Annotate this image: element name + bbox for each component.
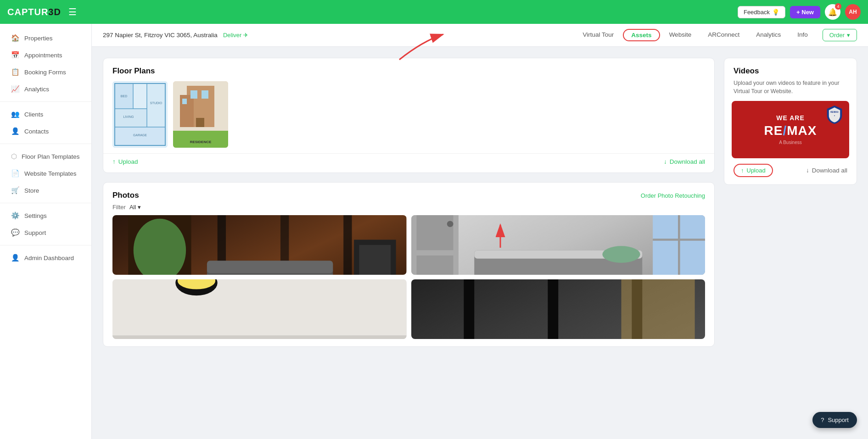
chevron-down-icon: ▾ (847, 32, 850, 39)
sidebar-item-admin-dashboard[interactable]: 👤 Admin Dashboard (3, 250, 89, 266)
sidebar-label-properties: Properties (24, 35, 53, 42)
tab-virtual-tour[interactable]: Virtual Tour (576, 24, 622, 46)
svg-rect-71 (548, 279, 558, 339)
svg-text:RE/MAX: RE/MAX (830, 111, 839, 113)
svg-rect-63 (112, 279, 407, 335)
sidebar-item-appointments[interactable]: 📅 Appointments (3, 47, 89, 63)
avatar-initials: AH (849, 9, 857, 15)
property-address: 297 Napier St, Fitzroy VIC 3065, Austral… (103, 32, 218, 39)
svg-rect-48 (416, 256, 453, 275)
topbar-right: Feedback 💡 + New 🔔 4 AH (738, 4, 861, 20)
feedback-label: Feedback (744, 9, 770, 16)
photo-item-3[interactable] (112, 279, 407, 339)
sidebar-section-1: 🏠 Properties 📅 Appointments 📋 Booking Fo… (0, 29, 91, 102)
analytics-icon: 📈 (11, 85, 20, 93)
feedback-button[interactable]: Feedback 💡 (738, 6, 785, 18)
main-column: Floor Plans (103, 58, 715, 428)
sidebar-item-website-templates[interactable]: 📄 Website Templates (3, 165, 89, 182)
sidebar-item-contacts[interactable]: 👤 Contacts (3, 123, 89, 139)
tab-website[interactable]: Website (662, 24, 699, 46)
photo-item-1[interactable] (112, 215, 407, 275)
support-label: Support (828, 417, 849, 423)
home-icon: 🏠 (11, 34, 20, 42)
sidebar-label-analytics: Analytics (24, 86, 49, 93)
remax-logo-area: WE ARE RE/MAX A Business (764, 114, 817, 145)
download-icon: ↓ (664, 158, 667, 165)
website-icon: 📄 (11, 169, 20, 178)
sidebar-section-4: ⚙️ Settings 💬 Support (0, 207, 91, 245)
tab-info[interactable]: Info (790, 24, 815, 46)
brand-logo[interactable]: CAPTUR3D (7, 7, 61, 17)
svg-rect-29 (343, 215, 352, 275)
photo-item-4[interactable] (411, 279, 706, 339)
sidebar-label-clients: Clients (24, 111, 43, 118)
sidebar-item-floor-plan-templates[interactable]: ⬡ Floor Plan Templates (3, 148, 89, 165)
photo-item-2[interactable] (411, 215, 706, 275)
hamburger-icon[interactable]: ☰ (68, 6, 77, 17)
filter-row: Filter All ▾ (103, 204, 714, 215)
photos-title: Photos (112, 191, 139, 200)
user-avatar[interactable]: AH (845, 4, 861, 20)
floor-plans-upload-button[interactable]: ↑ Upload (112, 158, 138, 165)
order-label: Order (829, 32, 845, 39)
support-circle-icon: ? (821, 417, 824, 423)
sidebar-label-floor-plan-templates: Floor Plan Templates (22, 153, 80, 160)
svg-rect-64 (112, 335, 407, 339)
videos-actions: ↑ Upload ↓ Download all (724, 158, 857, 184)
svg-rect-20 (182, 99, 187, 104)
filter-all-dropdown[interactable]: All ▾ (129, 204, 141, 211)
photo-svg-1 (112, 215, 407, 275)
lightbulb-icon: 💡 (772, 9, 779, 16)
svg-rect-21 (173, 131, 228, 148)
contacts-icon: 👤 (11, 127, 20, 135)
sidebar-item-properties[interactable]: 🏠 Properties (3, 30, 89, 46)
svg-rect-8 (147, 84, 165, 127)
svg-rect-37 (207, 261, 333, 273)
floor-plans-download-button[interactable]: ↓ Download all (664, 158, 705, 165)
notifications-button[interactable]: 🔔 4 (825, 4, 840, 20)
subnav-tabs: Virtual Tour Assets Website ARConnect An… (576, 24, 815, 46)
new-button[interactable]: + New (790, 6, 820, 18)
sidebar-item-booking-forms[interactable]: 📋 Booking Forms (3, 64, 89, 80)
support-button[interactable]: ? Support (812, 412, 857, 428)
remax-shield-icon: RE/MAX ▲ (826, 106, 843, 124)
sidebar-item-store[interactable]: 🛒 Store (3, 182, 89, 199)
videos-download-button[interactable]: ↓ Download all (806, 167, 847, 174)
page-content: Floor Plans (92, 47, 868, 439)
main-layout: 🏠 Properties 📅 Appointments 📋 Booking Fo… (0, 24, 868, 439)
download-all-label: Download all (812, 167, 847, 174)
side-column: Videos Upload your own videos to feature… (724, 58, 857, 428)
download-icon: ↓ (806, 167, 809, 174)
sidebar-label-store: Store (24, 187, 39, 194)
floor-plan-svg-1: BED LIVING STUDIO GARAGE (112, 81, 168, 148)
calendar-icon: 📅 (11, 51, 20, 59)
settings-icon: ⚙️ (11, 211, 20, 220)
svg-text:BED: BED (121, 94, 127, 98)
svg-rect-47 (416, 215, 453, 250)
floor-plans-card: Floor Plans (103, 58, 715, 173)
sidebar-section-5: 👤 Admin Dashboard (0, 249, 91, 267)
sidebar-label-website-templates: Website Templates (24, 170, 77, 177)
order-retouching-button[interactable]: Order Photo Retouching (641, 192, 705, 199)
admin-icon: 👤 (11, 254, 20, 262)
videos-upload-button[interactable]: ↑ Upload (734, 164, 773, 177)
notification-badge: 4 (835, 3, 841, 10)
tab-analytics[interactable]: Analytics (749, 24, 788, 46)
photo-svg-4 (411, 279, 706, 339)
floor-plans-actions: ↑ Upload ↓ Download all (103, 153, 714, 172)
deliver-link[interactable]: Deliver ✈ (223, 32, 248, 39)
svg-text:▲: ▲ (834, 115, 835, 117)
banner-line1: WE ARE (776, 114, 804, 122)
order-button[interactable]: Order ▾ (823, 29, 857, 41)
tab-arconnect[interactable]: ARConnect (700, 24, 747, 46)
svg-rect-22 (196, 118, 204, 127)
sidebar-item-analytics[interactable]: 📈 Analytics (3, 81, 89, 97)
sidebar-item-support[interactable]: 💬 Support (3, 224, 89, 241)
floor-plans-title: Floor Plans (103, 58, 714, 81)
deliver-icon: ✈ (243, 32, 248, 39)
tab-assets[interactable]: Assets (623, 29, 660, 41)
sidebar-label-settings: Settings (24, 212, 47, 219)
sidebar-item-clients[interactable]: 👥 Clients (3, 106, 89, 122)
store-icon: 🛒 (11, 186, 20, 194)
sidebar-item-settings[interactable]: ⚙️ Settings (3, 207, 89, 224)
